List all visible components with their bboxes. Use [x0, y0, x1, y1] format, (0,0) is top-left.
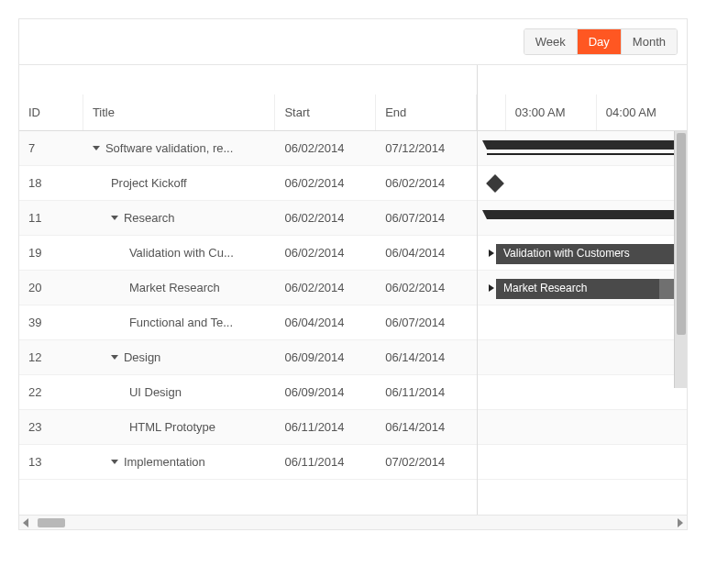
- title-text: Market Research: [129, 281, 220, 294]
- cell-title: UI Design: [83, 385, 276, 399]
- cell-id: 11: [19, 211, 83, 225]
- table-row[interactable]: 22UI Design06/09/201406/11/2014: [19, 375, 477, 410]
- toolbar: WeekDayMonth: [19, 19, 687, 65]
- title-text: Functional and Te...: [129, 316, 233, 329]
- table-row[interactable]: 13Implementation06/11/201407/02/2014: [19, 445, 477, 480]
- table-row[interactable]: 19Validation with Cu...06/02/201406/04/2…: [19, 236, 477, 271]
- cell-title: Design: [83, 350, 276, 364]
- chevron-down-icon[interactable]: [111, 216, 118, 220]
- horizontal-scrollbar-thumb[interactable]: [38, 518, 65, 527]
- table-row[interactable]: 11Research06/02/201406/07/2014: [19, 201, 477, 236]
- summary-bar[interactable]: [487, 140, 687, 150]
- chevron-down-icon[interactable]: [111, 460, 118, 464]
- cell-title: Software validation, re...: [83, 141, 276, 155]
- timeline-header: 03:00 AM04:00 AM: [478, 65, 687, 131]
- cell-start: 06/02/2014: [275, 141, 376, 155]
- timeline-row[interactable]: [478, 201, 687, 236]
- cell-start: 06/09/2014: [275, 350, 376, 364]
- title-text: HTML Prototype: [129, 420, 215, 434]
- col-header-start[interactable]: Start: [275, 94, 376, 130]
- timeline-row[interactable]: Market Research: [478, 271, 687, 305]
- view-btn-month[interactable]: Month: [622, 29, 677, 54]
- cell-title: Implementation: [83, 455, 276, 469]
- table-row[interactable]: 12Design06/09/201406/14/2014: [19, 340, 477, 375]
- timeline-row[interactable]: [478, 445, 687, 480]
- vertical-scrollbar-thumb[interactable]: [677, 133, 686, 335]
- title-text: Software validation, re...: [105, 141, 233, 155]
- cell-title: HTML Prototype: [83, 420, 276, 434]
- cell-title: Market Research: [83, 281, 276, 294]
- horizontal-scrollbar-track[interactable]: [28, 518, 678, 527]
- cell-start: 06/02/2014: [275, 281, 376, 294]
- title-text: Design: [124, 350, 160, 364]
- dependency-arrow-icon: [489, 250, 494, 257]
- col-header-id[interactable]: ID: [19, 94, 83, 130]
- table-row[interactable]: 20Market Research06/02/201406/02/2014: [19, 271, 477, 305]
- timeline-row[interactable]: [478, 375, 687, 410]
- cell-id: 23: [19, 420, 83, 434]
- summary-outline: [487, 153, 687, 155]
- cell-id: 22: [19, 385, 83, 399]
- timeline-row[interactable]: Validation with Customers: [478, 236, 687, 271]
- tree-rows: 7Software validation, re...06/02/201407/…: [19, 131, 477, 480]
- cell-end: 06/02/2014: [376, 281, 477, 294]
- view-switch: WeekDayMonth: [524, 28, 678, 55]
- cell-id: 13: [19, 455, 83, 469]
- cell-end: 06/07/2014: [376, 211, 477, 225]
- table-row[interactable]: 23HTML Prototype06/11/201406/14/2014: [19, 410, 477, 445]
- timeline-row[interactable]: [478, 131, 687, 166]
- cell-end: 06/14/2014: [376, 350, 477, 364]
- milestone-icon[interactable]: [486, 174, 504, 193]
- task-bar[interactable]: Validation with Customers: [496, 244, 687, 264]
- timeline-row[interactable]: [478, 340, 687, 375]
- cell-id: 19: [19, 246, 83, 260]
- cell-id: 12: [19, 350, 83, 364]
- cell-end: 06/04/2014: [376, 246, 477, 260]
- chevron-down-icon[interactable]: [111, 355, 118, 360]
- cell-end: 07/12/2014: [376, 141, 477, 155]
- view-btn-day[interactable]: Day: [578, 29, 622, 54]
- gantt-body: ID Title Start End 7Software validation,…: [19, 65, 687, 515]
- cell-start: 06/09/2014: [275, 385, 376, 399]
- time-header-cell: 04:00 AM: [596, 94, 687, 130]
- dependency-arrow-icon: [489, 284, 494, 292]
- task-bar[interactable]: Market Research: [496, 279, 687, 299]
- cell-title: Functional and Te...: [83, 316, 276, 329]
- cell-end: 07/02/2014: [376, 455, 477, 469]
- cell-start: 06/04/2014: [275, 316, 376, 329]
- title-text: Project Kickoff: [111, 176, 187, 190]
- vertical-scrollbar[interactable]: [674, 131, 687, 388]
- chevron-down-icon[interactable]: [93, 146, 100, 150]
- cell-end: 06/14/2014: [376, 420, 477, 434]
- cell-end: 06/11/2014: [376, 385, 477, 399]
- timeline-row[interactable]: [478, 305, 687, 340]
- cell-start: 06/11/2014: [275, 455, 376, 469]
- title-text: Implementation: [124, 455, 205, 469]
- cell-id: 7: [19, 141, 83, 155]
- table-row[interactable]: 39Functional and Te...06/04/201406/07/20…: [19, 305, 477, 340]
- timeline-row[interactable]: [478, 410, 687, 445]
- scroll-right-icon[interactable]: [678, 518, 683, 527]
- cell-start: 06/11/2014: [275, 420, 376, 434]
- timeline-rows: Validation with CustomersMarket Research: [478, 131, 687, 480]
- cell-title: Validation with Cu...: [83, 246, 276, 260]
- col-header-title[interactable]: Title: [83, 94, 276, 130]
- tree-header: ID Title Start End: [19, 65, 477, 131]
- gantt-container: WeekDayMonth ID Title Start End 7Softwar…: [18, 18, 688, 530]
- summary-bar[interactable]: [487, 210, 687, 219]
- horizontal-scrollbar[interactable]: [19, 515, 687, 529]
- timeline-panel: 03:00 AM04:00 AM Validation with Custome…: [478, 65, 687, 515]
- cell-id: 39: [19, 316, 83, 329]
- view-btn-week[interactable]: Week: [524, 29, 578, 54]
- cell-end: 06/07/2014: [376, 316, 477, 329]
- table-row[interactable]: 18Project Kickoff06/02/201406/02/2014: [19, 166, 477, 201]
- cell-id: 20: [19, 281, 83, 294]
- title-text: UI Design: [129, 385, 182, 399]
- cell-title: Project Kickoff: [83, 176, 276, 190]
- cell-start: 06/02/2014: [275, 176, 376, 190]
- timeline-row[interactable]: [478, 166, 687, 201]
- col-header-end[interactable]: End: [376, 94, 477, 130]
- table-row[interactable]: 7Software validation, re...06/02/201407/…: [19, 131, 477, 166]
- cell-id: 18: [19, 176, 83, 190]
- cell-start: 06/02/2014: [275, 246, 376, 260]
